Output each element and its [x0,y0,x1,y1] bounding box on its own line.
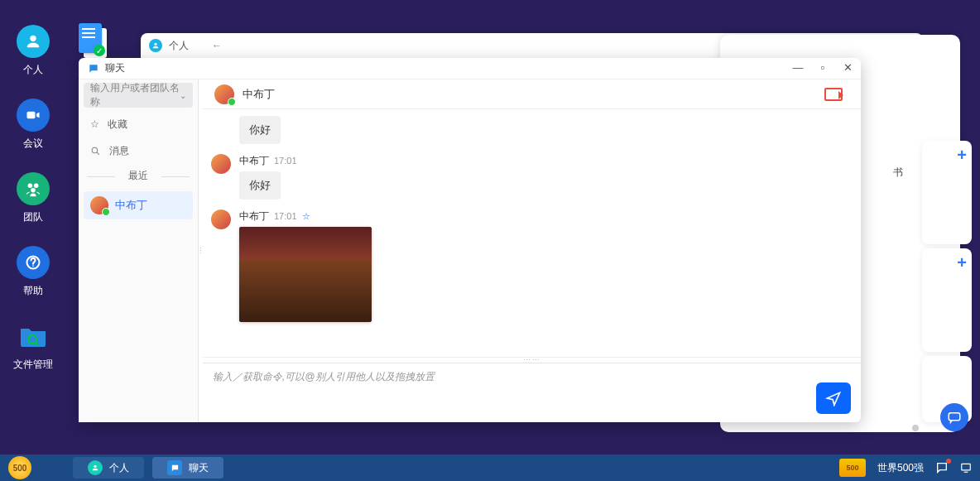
chat-icon [167,460,182,475]
person-icon [88,460,103,475]
conversation-pane: 中布丁 你好 中布丁17:01 [203,79,861,422]
resize-handle-horizontal[interactable]: ⋯⋯ [203,357,861,363]
avatar [211,209,231,229]
taskbar-item-personal[interactable]: 个人 [73,457,144,479]
dock-label: 文件管理 [13,358,53,372]
sidebar-label: 收藏 [108,118,127,132]
dock-item-help[interactable]: 帮助 [17,246,50,298]
star-icon: ☆ [90,118,99,130]
folder-search-icon [17,320,50,353]
brand-text: 世界500强 [877,461,924,475]
contact-name: 中布丁 [115,198,147,213]
app-dock: 个人 会议 团队 帮助 文件管理 [0,0,66,481]
message-bubble[interactable]: 你好 [239,171,281,200]
timestamp: 17:01 [274,211,297,221]
avatar [211,154,231,174]
dock-label: 会议 [23,137,43,151]
conversation-header: 中布丁 [203,79,861,109]
sidebar-label: 消息 [109,144,129,158]
minimize-icon[interactable]: — [791,61,805,74]
card-label: 书 [893,166,903,180]
bg-card[interactable]: + [922,248,972,352]
image-attachment[interactable] [239,227,372,322]
chat-sidebar: 输入用户或者团队名称 ⌄ ☆ 收藏 消息 最近 中布丁 [79,79,199,422]
window-title: 聊天 [105,61,125,75]
dot-indicator [912,425,919,431]
star-icon[interactable]: ☆ [302,211,310,221]
search-placeholder: 输入用户或者团队名称 [90,81,180,109]
message-meta: 中布丁17:01 [239,154,297,168]
sidebar-messages[interactable]: 消息 [79,137,198,164]
maximize-icon[interactable]: ▫ [816,61,829,74]
avatar [214,84,234,104]
svg-point-6 [32,265,34,267]
dock-label: 团队 [23,210,43,224]
back-icon[interactable]: ← [212,40,222,51]
message: 中布丁17:01 你好 [211,154,846,200]
sidebar-favorites[interactable]: ☆ 收藏 [79,111,198,137]
close-icon[interactable]: ✕ [841,61,854,74]
tray-chat-icon[interactable] [935,461,949,474]
brand-logo[interactable]: 500 [839,459,866,477]
chat-icon [87,62,100,75]
dock-label: 个人 [23,63,43,77]
dock-item-personal[interactable]: 个人 [17,25,50,77]
person-icon [17,25,50,58]
window-chat: 聊天 — ▫ ✕ 输入用户或者团队名称 ⌄ ☆ 收藏 消息 最近 [79,58,861,422]
avatar [90,196,108,214]
svg-point-4 [31,188,36,193]
taskbar-label: 个人 [109,461,129,475]
svg-rect-1 [27,112,36,118]
person-icon [149,39,162,52]
dock-item-files[interactable]: 文件管理 [13,320,53,372]
chat-fab[interactable] [940,403,968,431]
message: 中布丁17:01☆ [211,209,846,322]
start-label: 500 [13,464,27,473]
message-list[interactable]: 你好 中布丁17:01 你好 [203,109,861,357]
plus-icon[interactable]: + [957,253,967,272]
dock-item-team[interactable]: 团队 [17,172,50,224]
video-call-icon[interactable] [824,88,843,101]
composer-placeholder: 输入／获取命令,可以@别人引用他人以及拖拽放置 [213,370,851,384]
section-recent: 最近 [79,164,198,188]
avatar-spacer [211,116,231,144]
svg-point-11 [94,465,96,468]
message: 你好 [211,116,846,144]
contact-item[interactable]: 中布丁 [84,191,193,219]
start-button[interactable]: 500 [8,456,31,479]
dock-item-meeting[interactable]: 会议 [17,99,50,151]
window-controls: — ▫ ✕ [791,61,854,74]
video-icon [17,99,50,132]
conversation-title: 中布丁 [243,87,275,102]
team-icon [17,172,50,205]
send-button[interactable] [816,382,851,414]
tray-desktop-icon[interactable] [960,462,972,474]
taskbar-label: 聊天 [189,461,209,475]
svg-rect-9 [949,413,960,421]
titlebar[interactable]: 聊天 — ▫ ✕ [79,58,861,79]
svg-point-10 [92,147,98,153]
svg-point-8 [154,43,156,46]
search-input[interactable]: 输入用户或者团队名称 ⌄ [84,83,193,108]
svg-point-3 [34,184,38,189]
svg-point-2 [28,184,33,189]
window-title: 个人 [169,39,189,53]
svg-point-0 [30,36,36,41]
help-icon [17,246,50,279]
message-composer[interactable]: 输入／获取命令,可以@别人引用他人以及拖拽放置 [203,363,861,422]
timestamp: 17:01 [274,156,297,166]
taskbar: 500 个人 聊天 500 世界500强 [0,455,980,481]
bg-card[interactable]: +书 [922,141,972,244]
svg-rect-12 [962,464,971,470]
dock-label: 帮助 [23,284,43,298]
taskbar-tray: 500 世界500强 [839,459,972,477]
message-meta: 中布丁17:01☆ [239,209,372,224]
search-icon [90,146,101,156]
chevron-down-icon[interactable]: ⌄ [180,91,186,100]
plus-icon[interactable]: + [957,146,967,165]
sender-name: 中布丁 [239,155,269,166]
message-bubble[interactable]: 你好 [239,116,281,144]
taskbar-item-chat[interactable]: 聊天 [152,457,223,479]
sender-name: 中布丁 [239,210,269,222]
